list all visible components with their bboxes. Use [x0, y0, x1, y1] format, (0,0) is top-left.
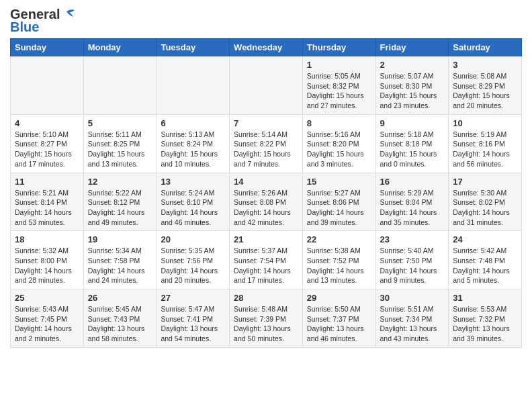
- day-number: 8: [307, 118, 371, 128]
- day-number: 26: [88, 293, 152, 303]
- day-cell: 1Sunrise: 5:05 AM Sunset: 8:32 PM Daylig…: [302, 56, 375, 115]
- day-cell: 15Sunrise: 5:27 AM Sunset: 8:06 PM Dayli…: [302, 173, 375, 231]
- header-row: SundayMondayTuesdayWednesdayThursdayFrid…: [11, 39, 522, 56]
- day-cell: 20Sunrise: 5:35 AM Sunset: 7:56 PM Dayli…: [157, 231, 230, 289]
- day-info: Sunrise: 5:24 AM Sunset: 8:10 PM Dayligh…: [161, 188, 225, 228]
- day-number: 29: [307, 293, 371, 303]
- day-cell: 14Sunrise: 5:26 AM Sunset: 8:08 PM Dayli…: [230, 173, 303, 231]
- day-info: Sunrise: 5:42 AM Sunset: 7:48 PM Dayligh…: [453, 246, 517, 285]
- day-info: Sunrise: 5:05 AM Sunset: 8:32 PM Dayligh…: [307, 71, 371, 111]
- header-monday: Monday: [83, 39, 157, 56]
- day-info: Sunrise: 5:51 AM Sunset: 7:34 PM Dayligh…: [380, 304, 445, 344]
- header-saturday: Saturday: [449, 39, 522, 56]
- day-cell: 21Sunrise: 5:37 AM Sunset: 7:54 PM Dayli…: [230, 231, 303, 289]
- day-cell: 13Sunrise: 5:24 AM Sunset: 8:10 PM Dayli…: [157, 173, 230, 231]
- day-info: Sunrise: 5:35 AM Sunset: 7:56 PM Dayligh…: [161, 246, 225, 285]
- day-number: 17: [453, 177, 517, 187]
- day-cell: 25Sunrise: 5:43 AM Sunset: 7:45 PM Dayli…: [11, 289, 84, 348]
- day-number: 21: [234, 234, 298, 244]
- day-number: 2: [380, 60, 445, 70]
- day-info: Sunrise: 5:11 AM Sunset: 8:25 PM Dayligh…: [88, 130, 152, 169]
- logo-blue: Blue: [10, 19, 39, 35]
- day-number: 14: [234, 177, 298, 187]
- header: General Blue: [10, 7, 522, 35]
- day-info: Sunrise: 5:27 AM Sunset: 8:06 PM Dayligh…: [307, 188, 371, 228]
- day-number: 22: [307, 234, 371, 244]
- day-cell: 26Sunrise: 5:45 AM Sunset: 7:43 PM Dayli…: [83, 289, 157, 348]
- day-info: Sunrise: 5:37 AM Sunset: 7:54 PM Dayligh…: [234, 246, 298, 285]
- day-cell: 22Sunrise: 5:38 AM Sunset: 7:52 PM Dayli…: [302, 231, 375, 289]
- day-info: Sunrise: 5:48 AM Sunset: 7:39 PM Dayligh…: [234, 304, 298, 344]
- day-number: 31: [453, 293, 517, 303]
- day-number: 3: [453, 60, 517, 70]
- logo: General Blue: [10, 7, 76, 35]
- week-row-3: 11Sunrise: 5:21 AM Sunset: 8:14 PM Dayli…: [11, 173, 522, 231]
- day-cell: 23Sunrise: 5:40 AM Sunset: 7:50 PM Dayli…: [375, 231, 449, 289]
- day-number: 16: [380, 177, 445, 187]
- day-info: Sunrise: 5:43 AM Sunset: 7:45 PM Dayligh…: [15, 304, 79, 344]
- day-info: Sunrise: 5:26 AM Sunset: 8:08 PM Dayligh…: [234, 188, 298, 228]
- day-cell: 10Sunrise: 5:19 AM Sunset: 8:16 PM Dayli…: [449, 114, 522, 173]
- day-number: 28: [234, 293, 298, 303]
- day-number: 7: [234, 118, 298, 128]
- day-info: Sunrise: 5:50 AM Sunset: 7:37 PM Dayligh…: [307, 304, 371, 344]
- calendar-table: SundayMondayTuesdayWednesdayThursdayFrid…: [10, 38, 522, 348]
- day-cell: [230, 56, 303, 115]
- day-cell: 28Sunrise: 5:48 AM Sunset: 7:39 PM Dayli…: [230, 289, 303, 348]
- day-number: 1: [307, 60, 371, 70]
- header-sunday: Sunday: [11, 39, 84, 56]
- day-number: 9: [380, 118, 445, 128]
- day-number: 13: [161, 177, 225, 187]
- day-info: Sunrise: 5:21 AM Sunset: 8:14 PM Dayligh…: [15, 188, 79, 228]
- day-info: Sunrise: 5:45 AM Sunset: 7:43 PM Dayligh…: [88, 304, 152, 344]
- header-tuesday: Tuesday: [157, 39, 230, 56]
- day-cell: [11, 56, 84, 115]
- day-info: Sunrise: 5:34 AM Sunset: 7:58 PM Dayligh…: [88, 246, 152, 285]
- day-info: Sunrise: 5:47 AM Sunset: 7:41 PM Dayligh…: [161, 304, 225, 344]
- day-number: 11: [15, 177, 79, 187]
- day-info: Sunrise: 5:18 AM Sunset: 8:18 PM Dayligh…: [380, 130, 445, 169]
- day-info: Sunrise: 5:53 AM Sunset: 7:32 PM Dayligh…: [453, 304, 517, 344]
- day-info: Sunrise: 5:16 AM Sunset: 8:20 PM Dayligh…: [307, 130, 371, 169]
- day-cell: 7Sunrise: 5:14 AM Sunset: 8:22 PM Daylig…: [230, 114, 303, 173]
- day-cell: 5Sunrise: 5:11 AM Sunset: 8:25 PM Daylig…: [83, 114, 157, 173]
- day-cell: 24Sunrise: 5:42 AM Sunset: 7:48 PM Dayli…: [449, 231, 522, 289]
- day-number: 6: [161, 118, 225, 128]
- day-cell: 3Sunrise: 5:08 AM Sunset: 8:29 PM Daylig…: [449, 56, 522, 115]
- day-number: 15: [307, 177, 371, 187]
- day-cell: 6Sunrise: 5:13 AM Sunset: 8:24 PM Daylig…: [157, 114, 230, 173]
- day-number: 24: [453, 234, 517, 244]
- day-number: 25: [15, 293, 79, 303]
- day-info: Sunrise: 5:08 AM Sunset: 8:29 PM Dayligh…: [453, 71, 517, 111]
- day-info: Sunrise: 5:29 AM Sunset: 8:04 PM Dayligh…: [380, 188, 445, 228]
- day-cell: 27Sunrise: 5:47 AM Sunset: 7:41 PM Dayli…: [157, 289, 230, 348]
- day-info: Sunrise: 5:22 AM Sunset: 8:12 PM Dayligh…: [88, 188, 152, 228]
- day-info: Sunrise: 5:32 AM Sunset: 8:00 PM Dayligh…: [15, 246, 79, 285]
- day-cell: 19Sunrise: 5:34 AM Sunset: 7:58 PM Dayli…: [83, 231, 157, 289]
- day-number: 12: [88, 177, 152, 187]
- day-cell: 9Sunrise: 5:18 AM Sunset: 8:18 PM Daylig…: [375, 114, 449, 173]
- logo-bird-icon: [61, 9, 76, 21]
- day-info: Sunrise: 5:40 AM Sunset: 7:50 PM Dayligh…: [380, 246, 445, 285]
- day-number: 18: [15, 234, 79, 244]
- day-cell: 18Sunrise: 5:32 AM Sunset: 8:00 PM Dayli…: [11, 231, 84, 289]
- day-number: 27: [161, 293, 225, 303]
- day-cell: 29Sunrise: 5:50 AM Sunset: 7:37 PM Dayli…: [302, 289, 375, 348]
- day-cell: 4Sunrise: 5:10 AM Sunset: 8:27 PM Daylig…: [11, 114, 84, 173]
- day-number: 19: [88, 234, 152, 244]
- day-info: Sunrise: 5:10 AM Sunset: 8:27 PM Dayligh…: [15, 130, 79, 169]
- day-cell: [83, 56, 157, 115]
- header-friday: Friday: [375, 39, 449, 56]
- day-cell: 2Sunrise: 5:07 AM Sunset: 8:30 PM Daylig…: [375, 56, 449, 115]
- week-row-5: 25Sunrise: 5:43 AM Sunset: 7:45 PM Dayli…: [11, 289, 522, 348]
- day-number: 10: [453, 118, 517, 128]
- day-info: Sunrise: 5:13 AM Sunset: 8:24 PM Dayligh…: [161, 130, 225, 169]
- day-number: 23: [380, 234, 445, 244]
- day-number: 30: [380, 293, 445, 303]
- day-info: Sunrise: 5:38 AM Sunset: 7:52 PM Dayligh…: [307, 246, 371, 285]
- day-cell: 12Sunrise: 5:22 AM Sunset: 8:12 PM Dayli…: [83, 173, 157, 231]
- day-cell: 30Sunrise: 5:51 AM Sunset: 7:34 PM Dayli…: [375, 289, 449, 348]
- day-cell: 16Sunrise: 5:29 AM Sunset: 8:04 PM Dayli…: [375, 173, 449, 231]
- day-info: Sunrise: 5:07 AM Sunset: 8:30 PM Dayligh…: [380, 71, 445, 111]
- day-info: Sunrise: 5:30 AM Sunset: 8:02 PM Dayligh…: [453, 188, 517, 228]
